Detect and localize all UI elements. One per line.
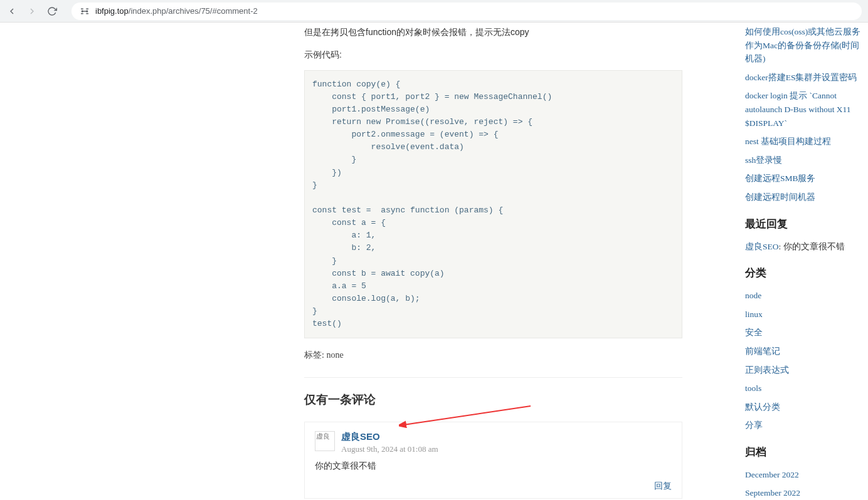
divider: [304, 377, 682, 378]
list-item: 分享: [745, 419, 868, 432]
svg-line-2: [404, 406, 531, 425]
categories-list: node linux 安全 前端笔记 正则表达式 tools 默认分类 分享: [745, 289, 868, 432]
list-item: node: [745, 289, 868, 303]
list-item: 如何使用cos(oss)或其他云服务作为Mac的备份备份存储(时间机器): [745, 25, 868, 66]
recent-post-link[interactable]: docker login 提示 `Cannot autolaunch D-Bus…: [745, 91, 851, 127]
categories-title: 分类: [745, 266, 868, 280]
category-link[interactable]: 默认分类: [745, 402, 780, 412]
list-item: nest 基础项目构建过程: [745, 135, 868, 148]
article-intro: 但是在拷贝包含function的对象时候会报错，提示无法copy: [304, 25, 682, 40]
url-text: ibfpig.top/index.php/archives/75/#commen…: [95, 6, 258, 16]
recent-post-link[interactable]: nest 基础项目构建过程: [745, 137, 831, 146]
recent-post-link[interactable]: 创建远程SMB服务: [745, 174, 816, 183]
sidebar: 如何使用cos(oss)或其他云服务作为Mac的备份备份存储(时间机器) doc…: [745, 25, 868, 500]
recent-reply-author[interactable]: 虚良SEO: [745, 242, 779, 251]
comments-title: 仅有一条评论: [304, 392, 682, 408]
sample-code-label: 示例代码:: [304, 48, 682, 63]
annotation-arrow-icon: [399, 405, 537, 430]
recent-post-link[interactable]: ssh登录慢: [745, 155, 782, 165]
list-item: tools: [745, 382, 868, 395]
list-item: December 2022: [745, 468, 868, 482]
address-bar[interactable]: ibfpig.top/index.php/archives/75/#commen…: [71, 3, 862, 20]
site-info-icon[interactable]: [79, 6, 90, 17]
reply-button[interactable]: 回复: [654, 481, 672, 491]
forward-icon[interactable]: [26, 6, 38, 17]
avatar-alt: 虚良: [316, 432, 330, 440]
category-link[interactable]: 安全: [745, 328, 763, 337]
category-link[interactable]: tools: [745, 383, 761, 393]
avatar: 虚良: [315, 431, 335, 451]
recent-reply-text: 你的文章很不错: [783, 242, 845, 251]
comment-body: 你的文章很不错: [315, 461, 672, 472]
archive-list: December 2022 September 2022 July 2022: [745, 468, 868, 500]
list-item: ssh登录慢: [745, 154, 868, 167]
recent-reply-sep: :: [778, 242, 783, 251]
comment-item: 虚良 虚良SEO August 9th, 2024 at 01:08 am 你的…: [304, 422, 682, 499]
comment-date: August 9th, 2024 at 01:08 am: [341, 444, 672, 454]
archive-link[interactable]: September 2022: [745, 488, 800, 497]
list-item: docker login 提示 `Cannot autolaunch D-Bus…: [745, 89, 868, 130]
list-item: 安全: [745, 326, 868, 340]
list-item: September 2022: [745, 486, 868, 500]
list-item: 前端笔记: [745, 345, 868, 358]
recent-reply-item: 虚良SEO: 你的文章很不错: [745, 240, 868, 254]
category-link[interactable]: 前端笔记: [745, 346, 780, 356]
recent-post-link[interactable]: 创建远程时间机器: [745, 192, 815, 202]
recent-post-link[interactable]: docker搭建ES集群并设置密码: [745, 73, 857, 82]
archive-title: 归档: [745, 445, 868, 459]
tags-value: none: [326, 350, 343, 360]
category-link[interactable]: 分享: [745, 420, 763, 430]
list-item: 创建远程时间机器: [745, 190, 868, 204]
tags-label: 标签:: [304, 350, 326, 360]
comment-author-link[interactable]: 虚良SEO: [341, 431, 380, 442]
category-link[interactable]: 正则表达式: [745, 365, 789, 375]
list-item: 正则表达式: [745, 363, 868, 377]
list-item: docker搭建ES集群并设置密码: [745, 71, 868, 85]
list-item: 创建远程SMB服务: [745, 172, 868, 185]
reload-icon[interactable]: [46, 6, 58, 17]
list-item: 默认分类: [745, 400, 868, 414]
category-link[interactable]: linux: [745, 310, 763, 319]
url-host: ibfpig.top: [95, 6, 129, 16]
recent-posts-list: 如何使用cos(oss)或其他云服务作为Mac的备份备份存储(时间机器) doc…: [745, 25, 868, 204]
code-block: function copy(e) { const { port1, port2 …: [304, 70, 682, 339]
tags-line: 标签: none: [304, 350, 682, 361]
url-path: /index.php/archives/75/#comment-2: [129, 6, 258, 16]
archive-link[interactable]: December 2022: [745, 470, 799, 479]
browser-toolbar: ibfpig.top/index.php/archives/75/#commen…: [0, 0, 868, 23]
recent-post-link[interactable]: 如何使用cos(oss)或其他云服务作为Mac的备份备份存储(时间机器): [745, 27, 860, 63]
list-item: linux: [745, 308, 868, 321]
recent-reply-title: 最近回复: [745, 217, 868, 231]
category-link[interactable]: node: [745, 291, 761, 300]
article-main: 但是在拷贝包含function的对象时候会报错，提示无法copy 示例代码: f…: [304, 25, 682, 500]
back-icon[interactable]: [6, 6, 18, 17]
